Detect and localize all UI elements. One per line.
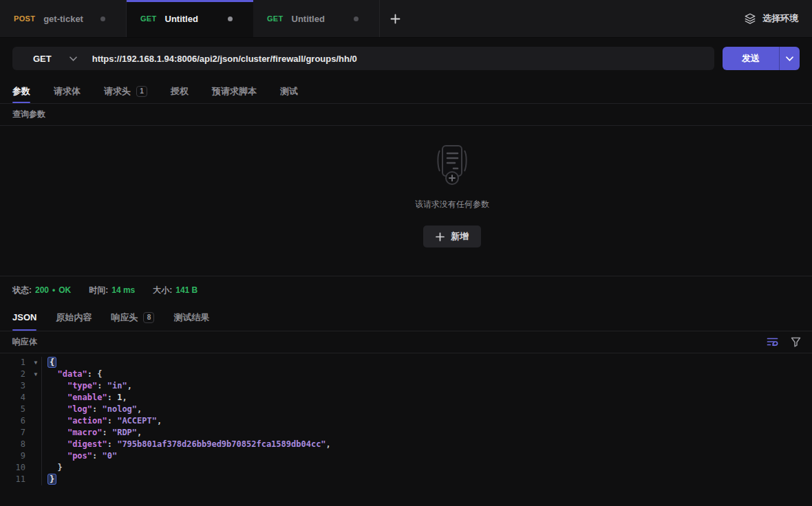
tab-label: 请求体 (54, 85, 81, 98)
plus-icon (390, 14, 400, 24)
fold-gutter (30, 439, 41, 450)
tab-label: 授权 (171, 85, 189, 98)
line-number: 5 (0, 404, 30, 415)
send-options-caret[interactable] (779, 47, 800, 70)
code-line: 9 "pos": "0" (0, 450, 812, 462)
add-param-button[interactable]: 新增 (423, 226, 481, 248)
response-body-code[interactable]: 1▼{2▼ "data": {3 "type": "in",4 "enable"… (0, 353, 812, 506)
request-tab-untitled-active[interactable]: GET Untitled (127, 0, 253, 37)
layers-icon (744, 12, 756, 25)
params-empty-area: 该请求没有任何参数 新增 (0, 126, 812, 276)
line-number: 2 (0, 368, 30, 380)
size-value: 141 B (175, 285, 197, 295)
code-line: 2▼ "data": { (0, 368, 812, 380)
line-number: 8 (0, 439, 30, 450)
response-body-header: 响应体 (0, 331, 812, 353)
request-tab-bar: POST get-ticket GET Untitled GET Untitle… (0, 0, 812, 38)
fold-gutter (30, 380, 41, 392)
line-number: 10 (0, 462, 30, 474)
request-tab-untitled[interactable]: GET Untitled (253, 0, 380, 37)
tab-label: 测试 (280, 85, 298, 98)
code-line-content: "digest": "795b801af378d26bb9ed9b70852fc… (41, 439, 812, 450)
tab-title: Untitled (165, 14, 198, 24)
method-selected: GET (33, 54, 52, 64)
headers-count-badge: 1 (136, 86, 147, 97)
fold-gutter (30, 462, 41, 474)
code-line-content: "macro": "RDP", (41, 427, 812, 439)
code-line-content: "pos": "0" (41, 450, 812, 462)
environment-selector[interactable]: 选择环境 (744, 12, 798, 25)
tab-title: get-ticket (43, 14, 83, 24)
filter-funnel-icon (791, 337, 801, 347)
new-tab-button[interactable] (380, 0, 410, 37)
request-tab-get-ticket[interactable]: POST get-ticket (0, 0, 127, 37)
time-label: 时间: (89, 285, 108, 296)
line-number: 6 (0, 415, 30, 427)
tab-response-headers[interactable]: 响应头8 (111, 305, 154, 331)
tab-body[interactable]: 请求体 (54, 79, 81, 103)
code-line: 10 } (0, 462, 812, 474)
code-line: 3 "type": "in", (0, 380, 812, 392)
method-badge-get: GET (267, 14, 284, 23)
unsaved-dot-icon (354, 16, 359, 21)
plus-icon (436, 232, 445, 241)
url-input[interactable]: https://192.168.1.94:8006/api2/json/clus… (92, 54, 357, 64)
code-line-content: } (41, 462, 812, 474)
fold-gutter (30, 404, 41, 415)
code-line-content: "type": "in", (41, 380, 812, 392)
code-line: 6 "action": "ACCEPT", (0, 415, 812, 427)
code-line-content: "log": "nolog", (41, 404, 812, 415)
line-number: 7 (0, 427, 30, 439)
send-label: 发送 (723, 47, 779, 70)
tab-headers[interactable]: 请求头1 (104, 79, 147, 103)
response-headers-count-badge: 8 (143, 312, 154, 323)
tab-test-results[interactable]: 测试结果 (173, 305, 209, 331)
tab-label: 响应头 (111, 311, 138, 324)
tab-response-raw[interactable]: 原始内容 (56, 305, 92, 331)
tab-label: 预请求脚本 (212, 85, 257, 98)
tab-tests[interactable]: 测试 (280, 79, 298, 103)
unsaved-dot-icon (100, 16, 105, 21)
code-line-content: "data": { (41, 368, 812, 380)
line-number: 4 (0, 392, 30, 404)
code-line-content: { (41, 357, 812, 368)
code-line: 1▼{ (0, 357, 812, 368)
fold-arrow-icon[interactable]: ▼ (30, 368, 41, 380)
code-line: 7 "macro": "RDP", (0, 427, 812, 439)
tab-label: 测试结果 (173, 311, 209, 324)
size-label: 大小: (153, 285, 172, 296)
tab-auth[interactable]: 授权 (171, 79, 189, 103)
fold-arrow-icon[interactable]: ▼ (30, 357, 41, 368)
response-status-bar: 状态: 200 • OK 时间: 14 ms 大小: 141 B (0, 276, 812, 305)
fold-gutter (30, 474, 41, 485)
tab-params[interactable]: 参数 (12, 79, 30, 103)
empty-params-text: 该请求没有任何参数 (415, 199, 489, 210)
method-badge-get: GET (140, 14, 157, 23)
query-params-section-label: 查询参数 (0, 104, 812, 126)
code-line: 4 "enable": 1, (0, 392, 812, 404)
fold-gutter (30, 450, 41, 462)
method-dropdown[interactable]: GET (12, 54, 92, 64)
filter-button[interactable] (791, 337, 801, 347)
line-number: 3 (0, 380, 30, 392)
fold-gutter (30, 392, 41, 404)
wrap-lines-icon (767, 337, 778, 346)
status-label: 状态: (12, 285, 32, 296)
tab-label: JSON (12, 312, 36, 322)
code-line: 8 "digest": "795b801af378d26bb9ed9b70852… (0, 439, 812, 450)
code-line: 11} (0, 474, 812, 485)
request-url-row: GET https://192.168.1.94:8006/api2/json/… (0, 38, 812, 79)
time-value: 14 ms (111, 285, 135, 295)
tab-label: 请求头 (104, 85, 131, 98)
tab-title: Untitled (292, 14, 325, 24)
empty-params-icon (430, 144, 474, 186)
tab-pre-request-script[interactable]: 预请求脚本 (212, 79, 257, 103)
add-param-label: 新增 (451, 230, 469, 243)
line-number: 9 (0, 450, 30, 462)
fold-gutter (30, 427, 41, 439)
request-config-tabs: 参数 请求体 请求头1 授权 预请求脚本 测试 (0, 79, 812, 104)
send-button[interactable]: 发送 (723, 47, 800, 70)
unsaved-dot-icon (228, 16, 233, 21)
tab-response-json[interactable]: JSON (12, 305, 36, 331)
wrap-lines-button[interactable] (767, 337, 778, 346)
